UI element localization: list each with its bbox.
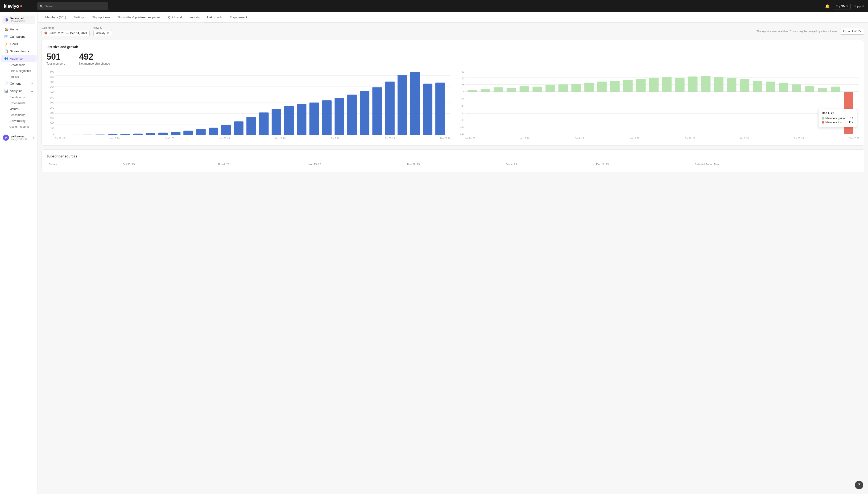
svg-rect-9: [171, 132, 181, 135]
sidebar-profile[interactable]: P performify... sam@performif... ⇅: [0, 132, 37, 144]
sidebar-item-custom-reports[interactable]: Custom reports: [1, 124, 37, 130]
export-csv-button[interactable]: Export to CSV: [840, 28, 864, 35]
sidebar-item-campaigns[interactable]: 📧 Campaigns: [1, 33, 37, 40]
sidebar-item-home[interactable]: 🏠 Home: [1, 26, 37, 33]
sidebar-label-campaigns: Campaigns: [10, 35, 25, 38]
svg-rect-48: [688, 77, 698, 92]
sidebar-label-metrics: Metrics: [10, 108, 19, 111]
progress-circle: [4, 18, 8, 22]
profile-info: performify... sam@performif...: [11, 135, 31, 140]
sidebar-item-experiments[interactable]: Experiments: [1, 100, 37, 106]
sidebar-item-signup-forms[interactable]: 📋 Sign-up forms: [1, 48, 37, 55]
try-sms-button[interactable]: Try SMS: [833, 3, 851, 10]
svg-rect-46: [662, 77, 672, 92]
svg-rect-54: [766, 81, 775, 92]
svg-rect-55: [779, 83, 788, 92]
tab-list-growth[interactable]: List growth: [204, 12, 226, 22]
sidebar-item-flows[interactable]: ⚡ Flows: [1, 40, 37, 48]
search-box[interactable]: 🔍: [37, 2, 108, 10]
svg-rect-8: [158, 133, 168, 135]
tooltip-lost-label: Members lost: [825, 121, 842, 124]
svg-rect-41: [597, 81, 607, 92]
tooltip-date: Dec 4, 23: [822, 112, 853, 115]
col-selected-total: Selected Period Total: [692, 162, 859, 167]
sidebar-item-benchmarks[interactable]: Benchmarks: [1, 112, 37, 118]
svg-rect-26: [385, 81, 395, 135]
sidebar-label-home: Home: [10, 27, 18, 31]
tooltip-lost-value: 117: [849, 121, 853, 124]
svg-rect-35: [520, 86, 529, 92]
view-by-label: View by: [93, 26, 112, 29]
svg-rect-24: [360, 91, 370, 135]
svg-rect-12: [209, 128, 218, 135]
svg-rect-39: [571, 84, 581, 92]
sidebar-item-growth-tools[interactable]: Growth tools: [1, 62, 37, 68]
sidebar-label-content: Content: [10, 82, 21, 85]
view-by-select[interactable]: Weekly ▼: [93, 30, 112, 36]
tab-signup-forms[interactable]: Signup forms: [89, 12, 114, 22]
svg-rect-4: [108, 134, 118, 135]
view-by-group: View by Weekly ▼: [93, 26, 112, 36]
avatar: P: [3, 135, 9, 141]
get-started-pct: 62% complete: [10, 20, 25, 22]
gained-legend-dot: [822, 117, 824, 119]
sidebar-item-content[interactable]: 📄 Content ▼: [1, 80, 37, 87]
sidebar-item-lists-segments[interactable]: Lists & segments: [1, 68, 37, 74]
content-icon: 📄: [4, 81, 8, 85]
get-started-box[interactable]: Get started 62% complete: [2, 16, 35, 24]
chart-title: List size and growth: [46, 45, 859, 49]
right-chart-svg: [465, 70, 859, 135]
tab-imports[interactable]: Imports: [186, 12, 204, 22]
sidebar-label-deliverability: Deliverability: [10, 119, 25, 122]
audience-icon: 👥: [4, 57, 8, 60]
sidebar-label-dashboards: Dashboards: [10, 96, 25, 99]
tab-quick-add[interactable]: Quick add: [164, 12, 186, 22]
sources-title: Subscriber sources: [46, 154, 859, 158]
tab-engagement[interactable]: Engagement: [226, 12, 251, 22]
x-labels-right: Jun 26, 23 Jul 17, 23 Aug 7, 23 Aug 28, …: [465, 135, 859, 141]
net-change-value: 492: [79, 53, 110, 61]
support-link[interactable]: Support: [853, 4, 864, 8]
sidebar-item-profiles[interactable]: Profiles: [1, 74, 37, 80]
help-bubble-button[interactable]: ?: [855, 481, 863, 489]
sidebar-item-deliverability[interactable]: Deliverability: [1, 118, 37, 124]
tab-subscribe-preferences[interactable]: Subscribe & preferences pages: [114, 12, 164, 22]
total-members-chart: 600 550 500 450 400 350 300 250 200 150: [46, 70, 451, 141]
col-source: Source: [46, 162, 120, 167]
svg-rect-7: [146, 133, 155, 135]
sidebar-item-metrics[interactable]: Metrics: [1, 106, 37, 112]
tab-members[interactable]: Members (501): [41, 12, 70, 22]
sidebar-label-experiments: Experiments: [10, 101, 25, 105]
sidebar-item-analytics[interactable]: 📊 Analytics ▲: [1, 87, 37, 94]
audience-chevron-icon: ▲: [31, 57, 33, 60]
svg-rect-53: [753, 81, 762, 92]
search-input[interactable]: [45, 4, 106, 8]
total-members-metric: 501 Total members: [46, 53, 65, 65]
home-icon: 🏠: [4, 27, 8, 31]
svg-rect-11: [196, 129, 206, 135]
tab-settings[interactable]: Settings: [70, 12, 89, 22]
top-navigation: klaviyo 🔍 🔔 Try SMS Support: [0, 0, 868, 12]
tooltip-lost-row: Members lost 117: [822, 121, 853, 124]
svg-rect-56: [792, 84, 801, 92]
svg-rect-45: [649, 78, 659, 92]
svg-rect-31: [468, 90, 477, 92]
page-content: Date range 📅 Jul 01, 2023 — Dec 14, 2023…: [38, 23, 868, 176]
table-header-row: Source Oct 30, 23 Nov 6, 23 Nov 13, 23 N…: [46, 162, 859, 167]
svg-rect-29: [423, 84, 432, 135]
svg-rect-2: [83, 135, 92, 135]
col-nov27: Nov 27, 23: [405, 162, 503, 167]
logo-text: klaviyo: [4, 3, 19, 9]
x-labels-left: Jun 26, 23 Jul 17, 23 Aug 7, 23 Aug 28, …: [55, 135, 451, 141]
date-range-picker[interactable]: 📅 Jul 01, 2023 — Dec 14, 2023: [41, 30, 90, 36]
svg-rect-52: [740, 79, 750, 92]
notification-bell-icon[interactable]: 🔔: [825, 4, 830, 8]
sidebar-item-audience[interactable]: 👥 Audience ▲: [1, 55, 37, 62]
sidebar-label-custom-reports: Custom reports: [10, 125, 29, 129]
sidebar-item-dashboards[interactable]: Dashboards: [1, 95, 37, 100]
svg-rect-16: [259, 112, 269, 135]
profile-chevron-icon: ⇅: [33, 136, 35, 139]
col-nov13: Nov 13, 23: [306, 162, 405, 167]
svg-rect-58: [818, 88, 827, 92]
analytics-icon: 📊: [4, 89, 8, 93]
